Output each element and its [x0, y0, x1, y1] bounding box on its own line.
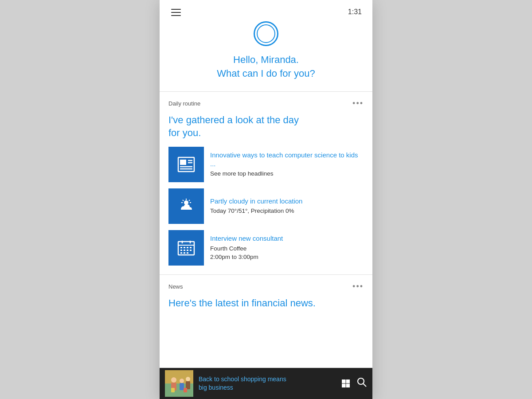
- calendar-icon: [176, 238, 196, 258]
- svg-line-42: [364, 384, 367, 387]
- search-button[interactable]: [356, 377, 367, 390]
- svg-rect-22: [187, 250, 188, 251]
- svg-line-10: [183, 200, 184, 201]
- svg-point-33: [186, 377, 190, 381]
- svg-rect-21: [184, 250, 185, 251]
- news-card-menu[interactable]: •••: [352, 282, 364, 291]
- svg-rect-20: [180, 250, 182, 251]
- daily-routine-menu[interactable]: •••: [352, 99, 364, 108]
- news-icon-tile: [168, 147, 204, 182]
- svg-rect-35: [171, 388, 175, 392]
- search-icon: [356, 377, 367, 387]
- headline-line1: I've gathered a look at the day: [168, 113, 364, 127]
- svg-rect-16: [180, 247, 182, 248]
- svg-line-8: [189, 200, 190, 201]
- calendar-card-item[interactable]: Interview new consultant Fourth Coffee 2…: [168, 230, 364, 266]
- svg-rect-17: [184, 247, 185, 248]
- svg-rect-40: [346, 384, 350, 388]
- svg-point-31: [180, 379, 184, 383]
- calendar-item-desc1: Fourth Coffee: [210, 245, 283, 253]
- greeting-line2: What can I do for you?: [170, 67, 362, 81]
- card-header-daily: Daily routine •••: [168, 99, 364, 108]
- shopping-thumbnail-icon: [165, 370, 193, 397]
- bottom-bar-text-line2: big business: [199, 383, 341, 392]
- calendar-item-desc2: 2:00pm to 3:00pm: [210, 253, 283, 262]
- bottom-bar-thumbnail: [165, 370, 193, 397]
- menu-button[interactable]: [170, 8, 182, 17]
- greeting-line1: Hello, Miranda.: [170, 53, 362, 67]
- svg-rect-1: [180, 160, 186, 165]
- news-card: News ••• Here's the latest in financial …: [160, 275, 372, 368]
- svg-rect-19: [190, 247, 192, 248]
- phone-frame: 1:31 Hello, Miranda. What can I do for y…: [160, 0, 372, 399]
- calendar-item-content: Interview new consultant Fourth Coffee 2…: [210, 230, 283, 266]
- svg-rect-36: [184, 388, 187, 392]
- headline-line2: for you.: [168, 126, 364, 140]
- hero-section: 1:31 Hello, Miranda. What can I do for y…: [160, 0, 372, 92]
- daily-routine-headline: I've gathered a look at the day for you.: [168, 113, 364, 140]
- svg-rect-18: [187, 247, 188, 248]
- news-card-item[interactable]: Innovative ways to teach computer scienc…: [168, 147, 364, 182]
- cortana-inner-circle: [257, 24, 275, 43]
- svg-point-6: [184, 200, 188, 205]
- thumb-image: [165, 370, 193, 397]
- bottom-bar-link-text[interactable]: Back to school shopping means big busine…: [199, 375, 341, 392]
- cortana-circle-icon: [254, 21, 278, 46]
- news-item-content: Innovative ways to teach computer scienc…: [210, 147, 364, 182]
- svg-point-29: [171, 377, 176, 383]
- svg-rect-24: [180, 252, 182, 254]
- card-header-news: News •••: [168, 282, 364, 291]
- svg-point-41: [358, 378, 364, 384]
- daily-routine-card: Daily routine ••• I've gathered a look a…: [160, 92, 372, 275]
- svg-rect-37: [342, 379, 346, 383]
- calendar-icon-tile: [168, 230, 204, 266]
- svg-rect-26: [187, 252, 188, 254]
- news-card-headline: Here's the latest in financial news.: [168, 297, 364, 310]
- weather-icon: [176, 196, 196, 216]
- bottom-bar[interactable]: Back to school shopping means big busine…: [160, 368, 372, 399]
- hero-greeting: Hello, Miranda. What can I do for you?: [170, 53, 362, 81]
- news-section-label: News: [168, 283, 183, 290]
- svg-rect-39: [342, 384, 346, 388]
- daily-routine-label: Daily routine: [168, 100, 200, 107]
- calendar-item-link[interactable]: Interview new consultant: [210, 234, 283, 243]
- news-icon: [176, 155, 196, 174]
- weather-card-item[interactable]: Partly cloudy in current location Today …: [168, 188, 364, 224]
- bottom-bar-text-line1: Back to school shopping means: [199, 375, 341, 383]
- weather-item-link[interactable]: Partly cloudy in current location: [210, 197, 302, 206]
- weather-item-desc: Today 70°/51°, Precipitation 0%: [210, 207, 302, 215]
- cortana-logo-area: [170, 21, 362, 46]
- hero-top-bar: 1:31: [170, 8, 362, 17]
- svg-rect-38: [346, 379, 350, 383]
- news-item-link[interactable]: Innovative ways to teach computer scienc…: [210, 151, 364, 168]
- svg-rect-23: [190, 250, 192, 251]
- svg-rect-32: [180, 383, 184, 390]
- weather-icon-tile: [168, 188, 204, 224]
- news-item-desc: See more top headlines: [210, 170, 364, 178]
- status-time: 1:31: [348, 8, 362, 16]
- weather-item-content: Partly cloudy in current location Today …: [210, 188, 302, 224]
- windows-logo-icon: [341, 379, 350, 388]
- svg-rect-25: [184, 252, 185, 254]
